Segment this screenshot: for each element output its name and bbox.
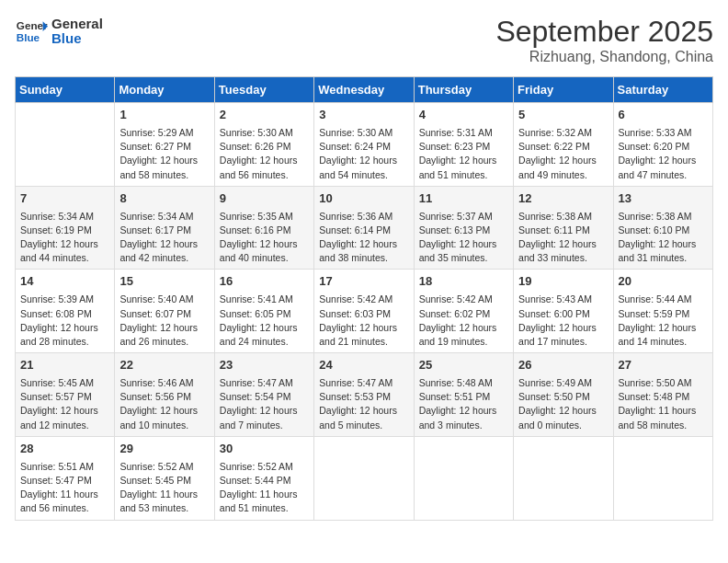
header-cell-wednesday: Wednesday	[314, 77, 414, 103]
day-number: 24	[319, 357, 408, 374]
day-cell: 2Sunrise: 5:30 AM Sunset: 6:26 PM Daylig…	[214, 103, 313, 187]
day-number: 19	[518, 273, 608, 291]
day-cell: 6Sunrise: 5:33 AM Sunset: 6:20 PM Daylig…	[613, 103, 712, 187]
day-cell: 14Sunrise: 5:39 AM Sunset: 6:08 PM Dayli…	[16, 270, 115, 353]
day-number: 29	[119, 441, 209, 458]
logo-general-text: General	[51, 16, 103, 31]
day-cell: 4Sunrise: 5:31 AM Sunset: 6:23 PM Daylig…	[414, 103, 513, 187]
day-info: Sunrise: 5:52 AM Sunset: 5:45 PM Dayligh…	[119, 460, 209, 516]
day-number: 8	[119, 190, 209, 208]
day-cell: 10Sunrise: 5:36 AM Sunset: 6:14 PM Dayli…	[314, 186, 414, 270]
day-info: Sunrise: 5:50 AM Sunset: 5:48 PM Dayligh…	[619, 376, 708, 432]
day-number: 15	[119, 273, 209, 291]
calendar-header: SundayMondayTuesdayWednesdayThursdayFrid…	[16, 77, 713, 103]
day-cell: 30Sunrise: 5:52 AM Sunset: 5:44 PM Dayli…	[214, 436, 313, 520]
day-info: Sunrise: 5:43 AM Sunset: 6:00 PM Dayligh…	[518, 293, 608, 349]
day-number: 13	[619, 190, 708, 208]
header-cell-friday: Friday	[514, 77, 613, 103]
day-cell: 22Sunrise: 5:46 AM Sunset: 5:56 PM Dayli…	[115, 353, 214, 437]
day-number: 11	[419, 190, 508, 208]
day-cell: 11Sunrise: 5:37 AM Sunset: 6:13 PM Dayli…	[414, 186, 513, 270]
day-cell: 23Sunrise: 5:47 AM Sunset: 5:54 PM Dayli…	[214, 353, 313, 437]
calendar-table: SundayMondayTuesdayWednesdayThursdayFrid…	[15, 76, 713, 521]
day-cell: 3Sunrise: 5:30 AM Sunset: 6:24 PM Daylig…	[314, 103, 414, 187]
day-info: Sunrise: 5:39 AM Sunset: 6:08 PM Dayligh…	[20, 293, 109, 349]
day-cell: 27Sunrise: 5:50 AM Sunset: 5:48 PM Dayli…	[613, 353, 712, 437]
header-cell-tuesday: Tuesday	[214, 77, 313, 103]
day-info: Sunrise: 5:38 AM Sunset: 6:11 PM Dayligh…	[518, 210, 608, 266]
day-info: Sunrise: 5:48 AM Sunset: 5:51 PM Dayligh…	[419, 376, 508, 432]
logo-blue-text: Blue	[51, 30, 82, 46]
day-number: 7	[20, 190, 109, 208]
day-cell	[314, 436, 414, 520]
day-info: Sunrise: 5:37 AM Sunset: 6:13 PM Dayligh…	[419, 210, 508, 266]
day-number: 25	[419, 357, 508, 374]
location-subtitle: Rizhuang, Shandong, China	[495, 49, 713, 65]
logo: General Blue General Blue	[15, 15, 103, 48]
week-row-3: 14Sunrise: 5:39 AM Sunset: 6:08 PM Dayli…	[16, 270, 713, 353]
day-cell: 18Sunrise: 5:42 AM Sunset: 6:02 PM Dayli…	[414, 270, 513, 353]
day-cell	[613, 436, 712, 520]
week-row-4: 21Sunrise: 5:45 AM Sunset: 5:57 PM Dayli…	[16, 353, 713, 437]
day-info: Sunrise: 5:32 AM Sunset: 6:22 PM Dayligh…	[518, 126, 608, 182]
month-title: September 2025	[495, 15, 713, 49]
day-cell: 15Sunrise: 5:40 AM Sunset: 6:07 PM Dayli…	[115, 270, 214, 353]
day-info: Sunrise: 5:30 AM Sunset: 6:24 PM Dayligh…	[319, 126, 408, 182]
day-cell: 9Sunrise: 5:35 AM Sunset: 6:16 PM Daylig…	[214, 186, 313, 270]
title-block: September 2025 Rizhuang, Shandong, China	[495, 15, 713, 65]
day-cell: 7Sunrise: 5:34 AM Sunset: 6:19 PM Daylig…	[16, 186, 115, 270]
page-header: General Blue General Blue September 2025…	[15, 15, 713, 65]
day-info: Sunrise: 5:52 AM Sunset: 5:44 PM Dayligh…	[220, 460, 309, 516]
calendar-body: 1Sunrise: 5:29 AM Sunset: 6:27 PM Daylig…	[16, 103, 713, 521]
day-info: Sunrise: 5:29 AM Sunset: 6:27 PM Dayligh…	[119, 126, 209, 182]
day-number: 3	[319, 107, 408, 124]
day-info: Sunrise: 5:45 AM Sunset: 5:57 PM Dayligh…	[20, 376, 109, 432]
week-row-1: 1Sunrise: 5:29 AM Sunset: 6:27 PM Daylig…	[16, 103, 713, 187]
day-number: 22	[119, 357, 209, 374]
day-number: 9	[220, 190, 309, 208]
day-info: Sunrise: 5:33 AM Sunset: 6:20 PM Dayligh…	[619, 126, 708, 182]
day-cell: 25Sunrise: 5:48 AM Sunset: 5:51 PM Dayli…	[414, 353, 513, 437]
day-info: Sunrise: 5:47 AM Sunset: 5:54 PM Dayligh…	[220, 376, 309, 432]
day-cell	[16, 103, 115, 187]
day-number: 16	[220, 273, 309, 291]
day-number: 28	[20, 441, 109, 458]
day-info: Sunrise: 5:40 AM Sunset: 6:07 PM Dayligh…	[119, 293, 209, 349]
day-cell: 28Sunrise: 5:51 AM Sunset: 5:47 PM Dayli…	[16, 436, 115, 520]
day-number: 14	[20, 273, 109, 291]
day-number: 18	[419, 273, 508, 291]
day-number: 6	[619, 107, 708, 124]
day-info: Sunrise: 5:34 AM Sunset: 6:17 PM Dayligh…	[119, 210, 209, 266]
header-cell-thursday: Thursday	[414, 77, 513, 103]
day-number: 30	[220, 441, 309, 458]
header-cell-saturday: Saturday	[613, 77, 712, 103]
day-cell: 1Sunrise: 5:29 AM Sunset: 6:27 PM Daylig…	[115, 103, 214, 187]
day-number: 20	[619, 273, 708, 291]
day-cell: 5Sunrise: 5:32 AM Sunset: 6:22 PM Daylig…	[514, 103, 613, 187]
day-number: 10	[319, 190, 408, 208]
svg-text:Blue: Blue	[17, 31, 40, 43]
day-info: Sunrise: 5:34 AM Sunset: 6:19 PM Dayligh…	[20, 210, 109, 266]
day-info: Sunrise: 5:31 AM Sunset: 6:23 PM Dayligh…	[419, 126, 508, 182]
day-info: Sunrise: 5:44 AM Sunset: 5:59 PM Dayligh…	[619, 293, 708, 349]
day-cell: 26Sunrise: 5:49 AM Sunset: 5:50 PM Dayli…	[514, 353, 613, 437]
day-number: 17	[319, 273, 408, 291]
day-number: 23	[220, 357, 309, 374]
day-cell	[514, 436, 613, 520]
day-info: Sunrise: 5:42 AM Sunset: 6:02 PM Dayligh…	[419, 293, 508, 349]
day-cell: 20Sunrise: 5:44 AM Sunset: 5:59 PM Dayli…	[613, 270, 712, 353]
day-cell: 8Sunrise: 5:34 AM Sunset: 6:17 PM Daylig…	[115, 186, 214, 270]
day-info: Sunrise: 5:36 AM Sunset: 6:14 PM Dayligh…	[319, 210, 408, 266]
day-cell	[414, 436, 513, 520]
header-cell-monday: Monday	[115, 77, 214, 103]
day-number: 12	[518, 190, 608, 208]
day-info: Sunrise: 5:41 AM Sunset: 6:05 PM Dayligh…	[220, 293, 309, 349]
logo-icon: General Blue	[15, 15, 48, 48]
day-cell: 19Sunrise: 5:43 AM Sunset: 6:00 PM Dayli…	[514, 270, 613, 353]
day-info: Sunrise: 5:30 AM Sunset: 6:26 PM Dayligh…	[220, 126, 309, 182]
day-cell: 12Sunrise: 5:38 AM Sunset: 6:11 PM Dayli…	[514, 186, 613, 270]
day-cell: 29Sunrise: 5:52 AM Sunset: 5:45 PM Dayli…	[115, 436, 214, 520]
day-info: Sunrise: 5:38 AM Sunset: 6:10 PM Dayligh…	[619, 210, 708, 266]
day-info: Sunrise: 5:47 AM Sunset: 5:53 PM Dayligh…	[319, 376, 408, 432]
day-cell: 16Sunrise: 5:41 AM Sunset: 6:05 PM Dayli…	[214, 270, 313, 353]
